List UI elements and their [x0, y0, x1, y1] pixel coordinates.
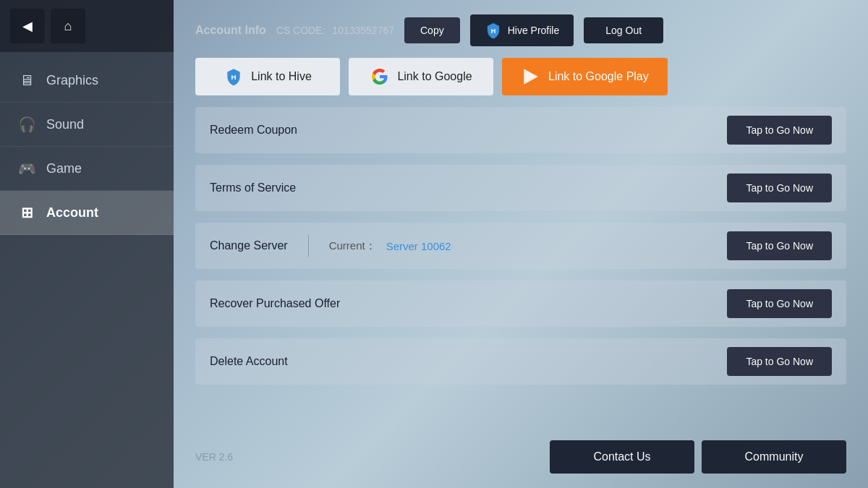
cs-code: CS CODE: 10133552767: [276, 25, 394, 36]
server-divider: [308, 235, 309, 257]
footer: VER 2.6 Contact Us Community: [195, 440, 846, 474]
sidebar-item-label-graphics: Graphics: [46, 73, 98, 88]
terms-of-service-tap-button[interactable]: Tap to Go Now: [727, 174, 832, 202]
logout-button[interactable]: Log Out: [584, 17, 663, 43]
hive-icon: H: [224, 67, 244, 87]
current-label: Current：: [329, 239, 376, 253]
graphics-icon: 🖥: [17, 72, 36, 89]
sidebar-top-bar: ◀ ⌂: [0, 0, 174, 52]
svg-text:H: H: [231, 73, 237, 81]
link-hive-button[interactable]: H Link to Hive: [195, 58, 340, 95]
account-info-label: Account Info: [195, 24, 266, 37]
sidebar: ◀ ⌂ 🖥 Graphics 🎧 Sound 🎮 Game ⊞ Account: [0, 0, 174, 488]
sidebar-item-account[interactable]: ⊞ Account: [0, 191, 174, 235]
link-buttons-row: H Link to Hive Link to Google: [195, 58, 846, 95]
footer-buttons: Contact Us Community: [550, 440, 846, 474]
terms-of-service-row: Terms of Service Tap to Go Now: [195, 165, 846, 211]
sidebar-menu: 🖥 Graphics 🎧 Sound 🎮 Game ⊞ Account: [0, 59, 174, 235]
sidebar-item-label-account: Account: [46, 205, 98, 221]
version-text: VER 2.6: [195, 451, 233, 463]
sidebar-item-label-game: Game: [46, 161, 82, 176]
server-value: Server 10062: [386, 240, 451, 252]
recover-offer-label: Recover Purchased Offer: [210, 297, 340, 310]
hive-profile-button[interactable]: H Hive Profile: [470, 14, 574, 46]
redeem-coupon-tap-button[interactable]: Tap to Go Now: [727, 116, 832, 145]
change-server-tap-button[interactable]: Tap to Go Now: [727, 231, 832, 260]
contact-us-button[interactable]: Contact Us: [550, 440, 694, 474]
terms-of-service-label: Terms of Service: [210, 181, 296, 194]
sidebar-item-sound[interactable]: 🎧 Sound: [0, 103, 174, 147]
community-button[interactable]: Community: [702, 440, 846, 474]
home-button[interactable]: ⌂: [51, 9, 85, 43]
hive-profile-icon: H: [485, 22, 502, 39]
sidebar-item-label-sound: Sound: [46, 117, 84, 132]
redeem-coupon-label: Redeem Coupon: [210, 124, 297, 137]
sound-icon: 🎧: [17, 116, 36, 133]
sidebar-item-game[interactable]: 🎮 Game: [0, 147, 174, 191]
delete-account-row: Delete Account Tap to Go Now: [195, 338, 846, 385]
delete-account-tap-button[interactable]: Tap to Go Now: [727, 347, 832, 376]
svg-text:H: H: [490, 27, 495, 35]
back-button[interactable]: ◀: [10, 9, 45, 43]
account-info-row: Account Info CS CODE: 10133552767 Copy H…: [195, 14, 846, 46]
game-icon: 🎮: [17, 160, 36, 177]
google-icon: [370, 67, 390, 87]
change-server-row: Change Server Current： Server 10062 Tap …: [195, 223, 846, 269]
sidebar-item-graphics[interactable]: 🖥 Graphics: [0, 59, 174, 103]
link-google-play-label: Link to Google Play: [548, 70, 649, 83]
delete-account-label: Delete Account: [210, 355, 288, 368]
google-play-icon: [521, 67, 541, 87]
link-google-label: Link to Google: [397, 70, 472, 83]
copy-button[interactable]: Copy: [404, 17, 460, 43]
link-hive-label: Link to Hive: [251, 70, 312, 83]
recover-offer-tap-button[interactable]: Tap to Go Now: [727, 289, 832, 318]
link-google-button[interactable]: Link to Google: [349, 58, 493, 95]
account-icon: ⊞: [17, 204, 36, 221]
change-server-label-group: Change Server Current： Server 10062: [210, 235, 451, 257]
redeem-coupon-row: Redeem Coupon Tap to Go Now: [195, 107, 846, 153]
main-content: Account Info CS CODE: 10133552767 Copy H…: [174, 0, 868, 488]
recover-offer-row: Recover Purchased Offer Tap to Go Now: [195, 281, 846, 327]
link-google-play-button[interactable]: Link to Google Play: [502, 58, 668, 95]
change-server-label: Change Server: [210, 239, 288, 252]
